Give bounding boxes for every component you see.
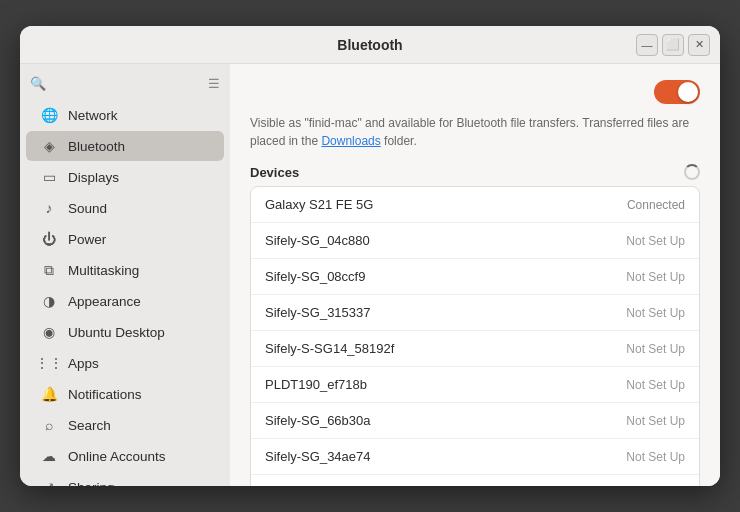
sidebar: 🔍 ☰ 🌐Network◈Bluetooth▭Displays♪Sound⏻Po…	[20, 64, 230, 486]
device-status: Not Set Up	[626, 270, 685, 284]
sidebar-item-apps[interactable]: ⋮⋮Apps	[26, 348, 224, 378]
device-status: Not Set Up	[626, 414, 685, 428]
sidebar-item-label-apps: Apps	[68, 356, 99, 371]
downloads-link[interactable]: Downloads	[321, 134, 380, 148]
device-row[interactable]: Sifely-SG_04c880Not Set Up	[251, 223, 699, 259]
sidebar-item-multitasking[interactable]: ⧉Multitasking	[26, 255, 224, 285]
device-row[interactable]: PLDT190_ef718bNot Set Up	[251, 367, 699, 403]
minimize-button[interactable]: —	[636, 34, 658, 56]
close-button[interactable]: ✕	[688, 34, 710, 56]
sidebar-item-label-multitasking: Multitasking	[68, 263, 139, 278]
displays-icon: ▭	[40, 168, 58, 186]
sidebar-item-sharing[interactable]: ⤢Sharing	[26, 472, 224, 486]
window-title: Bluetooth	[337, 37, 402, 53]
menu-icon[interactable]: ☰	[208, 76, 220, 91]
device-row[interactable]: Galaxy S21 FE 5GConnected	[251, 187, 699, 223]
device-list: Galaxy S21 FE 5GConnectedSifely-SG_04c88…	[250, 186, 700, 486]
apps-icon: ⋮⋮	[40, 354, 58, 372]
device-status: Not Set Up	[626, 378, 685, 392]
device-status: Not Set Up	[626, 342, 685, 356]
settings-window: Bluetooth — ⬜ ✕ 🔍 ☰ 🌐Network◈Bluetooth▭D…	[20, 26, 720, 486]
device-name: Sifely-SG_08ccf9	[265, 269, 365, 284]
sidebar-item-label-notifications: Notifications	[68, 387, 142, 402]
ubuntu-desktop-icon: ◉	[40, 323, 58, 341]
sidebar-search-bar: 🔍 ☰	[20, 72, 230, 99]
sharing-icon: ⤢	[40, 478, 58, 486]
sidebar-item-label-bluetooth: Bluetooth	[68, 139, 125, 154]
sidebar-item-label-ubuntu-desktop: Ubuntu Desktop	[68, 325, 165, 340]
device-row[interactable]: Sifely-SG_564147Not Set Up	[251, 475, 699, 486]
device-row[interactable]: Sifely-SG_08ccf9Not Set Up	[251, 259, 699, 295]
sound-icon: ♪	[40, 199, 58, 217]
bluetooth-toggle[interactable]	[654, 80, 700, 104]
search-icon: 🔍	[30, 76, 46, 91]
main-content: Visible as "finid-mac" and available for…	[230, 64, 720, 486]
online-accounts-icon: ☁	[40, 447, 58, 465]
window-controls: — ⬜ ✕	[636, 34, 710, 56]
device-row[interactable]: Sifely-SG_315337Not Set Up	[251, 295, 699, 331]
bluetooth-icon: ◈	[40, 137, 58, 155]
sidebar-item-search[interactable]: ⌕Search	[26, 410, 224, 440]
device-name: PLDT190_ef718b	[265, 377, 367, 392]
device-name: Sifely-SG_564147	[265, 485, 371, 486]
power-icon: ⏻	[40, 230, 58, 248]
device-name: Sifely-SG_315337	[265, 305, 371, 320]
device-name: Sifely-S-SG14_58192f	[265, 341, 394, 356]
device-name: Sifely-SG_34ae74	[265, 449, 371, 464]
device-status: Connected	[627, 198, 685, 212]
sidebar-item-network[interactable]: 🌐Network	[26, 100, 224, 130]
sidebar-item-online-accounts[interactable]: ☁Online Accounts	[26, 441, 224, 471]
notifications-icon: 🔔	[40, 385, 58, 403]
device-name: Galaxy S21 FE 5G	[265, 197, 373, 212]
multitasking-icon: ⧉	[40, 261, 58, 279]
device-name: Sifely-SG_66b30a	[265, 413, 371, 428]
maximize-button[interactable]: ⬜	[662, 34, 684, 56]
sidebar-item-power[interactable]: ⏻Power	[26, 224, 224, 254]
sidebar-item-label-network: Network	[68, 108, 118, 123]
sidebar-item-notifications[interactable]: 🔔Notifications	[26, 379, 224, 409]
info-text: Visible as "finid-mac" and available for…	[250, 114, 700, 150]
devices-header: Devices	[250, 164, 700, 180]
device-row[interactable]: Sifely-SG_34ae74Not Set Up	[251, 439, 699, 475]
sidebar-item-label-search: Search	[68, 418, 111, 433]
bluetooth-header	[250, 80, 700, 104]
device-name: Sifely-SG_04c880	[265, 233, 370, 248]
sidebar-item-label-appearance: Appearance	[68, 294, 141, 309]
sidebar-item-bluetooth[interactable]: ◈Bluetooth	[26, 131, 224, 161]
sidebar-item-label-displays: Displays	[68, 170, 119, 185]
sidebar-item-ubuntu-desktop[interactable]: ◉Ubuntu Desktop	[26, 317, 224, 347]
device-status: Not Set Up	[626, 486, 685, 487]
titlebar: Bluetooth — ⬜ ✕	[20, 26, 720, 64]
device-row[interactable]: Sifely-S-SG14_58192fNot Set Up	[251, 331, 699, 367]
sidebar-item-label-online-accounts: Online Accounts	[68, 449, 166, 464]
sidebar-item-displays[interactable]: ▭Displays	[26, 162, 224, 192]
device-status: Not Set Up	[626, 234, 685, 248]
search-icon: ⌕	[40, 416, 58, 434]
loading-spinner	[684, 164, 700, 180]
sidebar-item-label-power: Power	[68, 232, 106, 247]
network-icon: 🌐	[40, 106, 58, 124]
devices-label: Devices	[250, 165, 299, 180]
sidebar-item-label-sharing: Sharing	[68, 480, 115, 487]
sidebar-item-label-sound: Sound	[68, 201, 107, 216]
sidebar-item-sound[interactable]: ♪Sound	[26, 193, 224, 223]
device-status: Not Set Up	[626, 450, 685, 464]
device-row[interactable]: Sifely-SG_66b30aNot Set Up	[251, 403, 699, 439]
sidebar-item-appearance[interactable]: ◑Appearance	[26, 286, 224, 316]
device-status: Not Set Up	[626, 306, 685, 320]
appearance-icon: ◑	[40, 292, 58, 310]
content-area: 🔍 ☰ 🌐Network◈Bluetooth▭Displays♪Sound⏻Po…	[20, 64, 720, 486]
